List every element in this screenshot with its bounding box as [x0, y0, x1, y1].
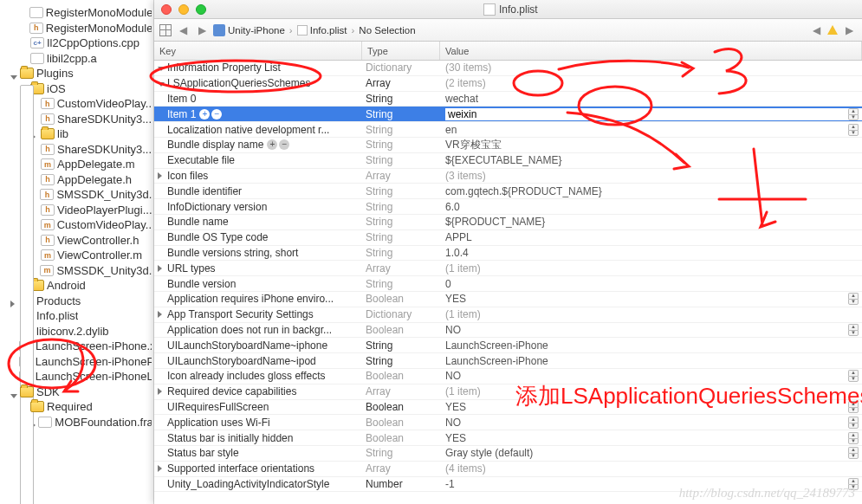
type-label[interactable]: Boolean — [362, 401, 440, 413]
value-cell[interactable]: ▲▼ — [440, 108, 862, 120]
disclosure-triangle-icon[interactable] — [158, 293, 165, 305]
disclosure-triangle-icon[interactable] — [21, 39, 29, 47]
disclosure-triangle-icon[interactable] — [158, 339, 165, 352]
plist-row[interactable]: Application does not run in backgr...Boo… — [154, 323, 862, 339]
crumb-selection[interactable]: No Selection — [359, 25, 415, 36]
disclosure-triangle-icon[interactable] — [158, 154, 165, 166]
value-cell[interactable]: (1 item) — [440, 385, 862, 397]
type-label[interactable]: Array — [362, 385, 440, 397]
value-cell[interactable]: NO▲▼ — [440, 417, 862, 429]
type-label[interactable]: String — [362, 139, 440, 151]
type-label[interactable]: Boolean — [362, 417, 440, 429]
value-stepper[interactable]: ▲▼ — [848, 293, 859, 305]
value-stepper[interactable]: ▲▼ — [848, 108, 859, 120]
plist-row[interactable]: LSApplicationQueriesSchemesArray(2 items… — [154, 76, 862, 92]
disclosure-triangle-icon[interactable] — [10, 372, 17, 380]
type-label[interactable]: Boolean — [362, 324, 440, 336]
value-stepper[interactable]: ▲▼ — [848, 124, 859, 136]
crumb-file[interactable]: Info.plist — [310, 25, 347, 36]
project-navigator[interactable]: RegisterMonoModules...hRegisterMonoModul… — [0, 0, 154, 504]
type-label[interactable]: String — [362, 231, 440, 243]
forward-button[interactable]: ▶ — [194, 23, 210, 38]
plist-row[interactable]: URL typesArray(1 item) — [154, 261, 862, 276]
value-cell[interactable]: (2 items) — [440, 77, 862, 89]
disclosure-triangle-icon[interactable] — [10, 327, 18, 335]
type-label[interactable]: String — [362, 339, 440, 352]
plist-row[interactable]: App Transport Security SettingsDictionar… — [154, 307, 862, 323]
value-cell[interactable]: (1 item) — [440, 262, 862, 275]
value-cell[interactable]: ${EXECUTABLE_NAME} — [440, 154, 862, 166]
value-cell[interactable]: wechat — [440, 93, 862, 105]
disclosure-triangle-icon[interactable] — [158, 124, 165, 136]
disclosure-triangle-icon[interactable] — [10, 358, 17, 365]
value-cell[interactable]: en▲▼ — [440, 124, 862, 136]
type-label[interactable]: String — [362, 278, 440, 290]
value-cell[interactable]: YES▲▼ — [440, 432, 862, 444]
disclosure-triangle-icon[interactable] — [21, 9, 28, 16]
type-label[interactable]: String — [362, 185, 440, 197]
type-label[interactable]: String — [362, 216, 440, 228]
value-input[interactable] — [445, 108, 862, 120]
disclosure-triangle-icon[interactable] — [158, 385, 165, 397]
value-cell[interactable]: 0 — [440, 278, 862, 290]
type-label[interactable]: Dictionary — [362, 308, 440, 320]
disclosure-triangle-icon[interactable] — [10, 69, 18, 77]
remove-icon[interactable]: − — [211, 109, 222, 120]
tree-item[interactable]: SDK — [0, 384, 153, 400]
disclosure-triangle-icon[interactable] — [158, 139, 165, 151]
value-cell[interactable]: VR穿梭宝宝 — [440, 138, 862, 152]
value-stepper[interactable]: ▲▼ — [848, 401, 859, 413]
value-stepper[interactable]: ▲▼ — [848, 324, 859, 336]
tree-item[interactable]: libil2cpp.a — [0, 51, 153, 67]
plist-row[interactable]: Bundle nameString${PRODUCT_NAME} — [154, 215, 862, 230]
type-label[interactable]: Array — [362, 170, 440, 182]
back-button[interactable]: ◀ — [175, 23, 191, 38]
disclosure-triangle-icon[interactable] — [158, 170, 165, 182]
disclosure-triangle-icon[interactable] — [158, 355, 165, 367]
disclosure-triangle-icon[interactable] — [158, 401, 165, 413]
disclosure-triangle-icon[interactable] — [158, 185, 165, 197]
plist-row[interactable]: Bundle identifierStringcom.gqtech.${PROD… — [154, 184, 862, 199]
disclosure-triangle-icon[interactable] — [158, 462, 165, 475]
value-stepper[interactable]: ▲▼ — [848, 417, 859, 429]
add-icon[interactable]: + — [267, 139, 277, 150]
plist-row[interactable]: Bundle display name+−StringVR穿梭宝宝 — [154, 138, 862, 153]
plist-row[interactable]: Application uses Wi-FiBooleanNO▲▼ — [154, 415, 862, 430]
plist-row[interactable]: Localization native development r...Stri… — [154, 122, 862, 138]
type-label[interactable]: String — [362, 154, 440, 166]
disclosure-triangle-icon[interactable] — [158, 324, 165, 336]
disclosure-triangle-icon[interactable] — [21, 55, 29, 62]
plist-row[interactable]: UILaunchStoryboardName~ipodStringLaunchS… — [154, 353, 862, 369]
plist-row[interactable]: InfoDictionary versionString6.0 — [154, 199, 862, 215]
tree-item[interactable]: hRegisterMonoModules... — [0, 21, 153, 36]
prev-issue-button[interactable]: ◀ — [808, 23, 824, 38]
plist-row[interactable]: Status bar is initially hiddenBooleanYES… — [154, 430, 862, 446]
plist-row[interactable]: Executable fileString${EXECUTABLE_NAME} — [154, 153, 862, 169]
type-label[interactable]: String — [362, 108, 440, 120]
plist-row[interactable]: Required device capabilitiesArray(1 item… — [154, 384, 862, 400]
disclosure-triangle-icon[interactable] — [158, 93, 165, 105]
value-cell[interactable]: YES▲▼ — [440, 401, 862, 413]
value-cell[interactable]: (3 items) — [440, 170, 862, 182]
value-cell[interactable]: (30 items) — [440, 61, 862, 74]
value-cell[interactable]: YES▲▼ — [440, 293, 862, 305]
type-label[interactable]: String — [362, 93, 440, 105]
disclosure-triangle-icon[interactable] — [158, 61, 165, 74]
plist-row[interactable]: Bundle versions string, shortString1.0.4 — [154, 246, 862, 262]
value-stepper[interactable]: ▲▼ — [848, 432, 859, 444]
type-label[interactable]: Boolean — [362, 432, 440, 444]
minimize-icon[interactable] — [178, 4, 189, 15]
related-items-icon[interactable] — [159, 24, 172, 36]
disclosure-triangle-icon[interactable] — [158, 77, 165, 89]
value-cell[interactable]: LaunchScreen-iPhone — [440, 355, 862, 367]
disclosure-triangle-icon[interactable] — [158, 262, 165, 275]
disclosure-triangle-icon[interactable] — [158, 447, 165, 459]
type-label[interactable]: Array — [362, 462, 440, 475]
disclosure-triangle-icon[interactable] — [158, 201, 165, 213]
value-cell[interactable]: (1 item) — [440, 308, 862, 320]
value-stepper[interactable]: ▲▼ — [848, 370, 859, 382]
disclosure-triangle-icon[interactable] — [10, 388, 18, 396]
disclosure-triangle-icon[interactable] — [158, 247, 165, 259]
plist-row[interactable]: Status bar styleStringGray style (defaul… — [154, 446, 862, 462]
disclosure-triangle-icon[interactable] — [158, 417, 165, 429]
